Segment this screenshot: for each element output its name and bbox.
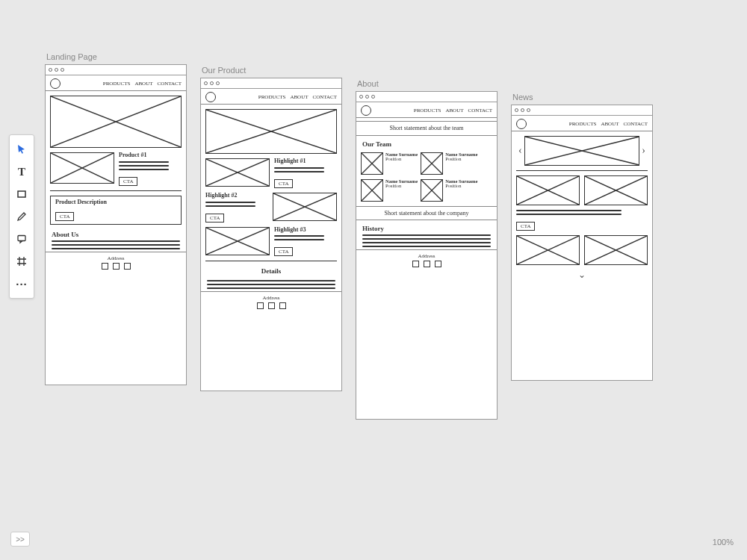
avatar-placeholder: [361, 152, 383, 175]
image-placeholder: [273, 193, 337, 221]
statement-text: Short statement about the team: [356, 121, 497, 136]
image-placeholder: [516, 235, 580, 265]
svg-line-9: [206, 159, 269, 186]
svg-line-20: [421, 180, 442, 201]
site-footer: Address: [356, 249, 497, 270]
highlight-heading: Highlight #3: [274, 227, 337, 234]
svg-line-30: [585, 236, 647, 264]
expand-panel-button[interactable]: >>: [10, 532, 30, 547]
svg-line-28: [517, 236, 579, 264]
carousel-next-icon: ›: [639, 145, 648, 157]
pencil-tool[interactable]: [12, 207, 31, 226]
team-member: Name SurnamePosition: [385, 179, 418, 190]
logo-icon: [361, 105, 371, 116]
artboard-label[interactable]: Landing Page: [46, 52, 187, 61]
highlight-heading: Highlight #2: [205, 193, 268, 199]
text-lines: [274, 235, 337, 240]
social-icon: [435, 261, 441, 267]
nav-link: Products: [414, 108, 441, 113]
browser-chrome: [46, 65, 186, 75]
rectangle-tool[interactable]: [12, 184, 31, 204]
svg-line-27: [585, 176, 647, 205]
hero-image-placeholder: [205, 109, 337, 154]
cta-button: CTA: [274, 179, 293, 188]
svg-line-19: [362, 180, 382, 201]
avatar-placeholder: [421, 152, 443, 175]
svg-line-16: [421, 153, 442, 174]
artboard-label[interactable]: Our Product: [202, 66, 342, 75]
browser-chrome: [201, 78, 341, 89]
svg-line-6: [206, 110, 336, 153]
statement-text: Short statement about the company: [356, 206, 497, 221]
svg-line-29: [517, 236, 579, 264]
section-heading: Details: [201, 264, 341, 278]
nav-link: About: [134, 81, 152, 87]
artboard-landing-page[interactable]: Products About Contact Product #1 CTA Pr…: [45, 64, 187, 385]
svg-line-5: [51, 153, 114, 183]
artboard-news[interactable]: Products About Contact ‹ › CTA: [511, 105, 653, 381]
product-heading: Product #1: [119, 152, 182, 159]
hero-image-placeholder: [50, 96, 182, 148]
text-tool[interactable]: T: [12, 162, 31, 181]
site-nav: Products About Contact: [512, 116, 652, 131]
svg-line-15: [362, 153, 382, 174]
svg-line-10: [273, 193, 336, 220]
cta-button: CTA: [119, 177, 137, 186]
section-heading: About Us: [46, 229, 186, 238]
text-lines: [274, 167, 337, 172]
highlight-heading: Highlight #1: [274, 158, 337, 165]
social-icon: [279, 302, 286, 309]
social-icon: [102, 263, 108, 270]
artboard-label[interactable]: About: [357, 79, 498, 88]
nav-link: Products: [569, 121, 597, 127]
nav-link: Contact: [468, 108, 493, 113]
carousel-prev-icon: ‹: [516, 145, 524, 157]
text-lines: [207, 280, 335, 289]
svg-line-3: [51, 96, 181, 147]
image-placeholder: [516, 175, 580, 205]
logo-icon: [205, 92, 216, 102]
artboard-label[interactable]: News: [512, 93, 653, 102]
footer-label: Address: [359, 253, 494, 259]
news-grid: [516, 175, 648, 205]
image-placeholder: [205, 158, 270, 187]
svg-line-4: [51, 153, 114, 183]
svg-line-17: [421, 153, 442, 174]
artboard-about[interactable]: Products About Contact Short statement a…: [356, 91, 498, 420]
svg-line-7: [206, 110, 336, 153]
svg-line-22: [525, 137, 639, 165]
text-lines: [205, 202, 268, 207]
artboard-tool[interactable]: [12, 252, 31, 271]
scroll-down-icon: ⌄: [512, 270, 652, 281]
svg-line-11: [273, 193, 336, 220]
social-icon: [124, 263, 131, 270]
design-canvas[interactable]: Landing Page Products About Contact Prod…: [45, 52, 732, 530]
svg-line-13: [206, 228, 269, 255]
news-grid: [516, 235, 648, 265]
nav-link: About: [290, 94, 308, 100]
team-member: Name SurnamePosition: [385, 152, 418, 163]
social-icon: [113, 263, 120, 270]
logo-icon: [516, 119, 527, 129]
image-placeholder: [205, 227, 270, 255]
footer-label: Address: [49, 255, 183, 261]
nav-link: Contact: [158, 81, 182, 87]
svg-line-24: [517, 176, 579, 205]
text-lines: [52, 240, 180, 249]
svg-line-12: [206, 228, 269, 255]
team-member: Name SurnamePosition: [445, 152, 477, 163]
section-heading: Our Team: [356, 139, 497, 148]
nav-link: About: [601, 121, 619, 127]
site-nav: Products About Contact: [356, 102, 497, 118]
footer-label: Address: [204, 295, 338, 301]
pointer-tool[interactable]: [12, 140, 31, 159]
zoom-level[interactable]: 100%: [713, 538, 734, 547]
svg-rect-1: [18, 236, 25, 241]
more-tools[interactable]: ···: [12, 274, 31, 293]
product-description-block: Product Description CTA: [50, 196, 182, 225]
carousel-image-placeholder: [524, 136, 640, 166]
social-icon: [268, 302, 275, 309]
comment-tool[interactable]: [12, 229, 31, 249]
artboard-our-product[interactable]: Products About Contact Highlight #1 CTA …: [200, 78, 342, 391]
cta-button: CTA: [274, 247, 293, 256]
